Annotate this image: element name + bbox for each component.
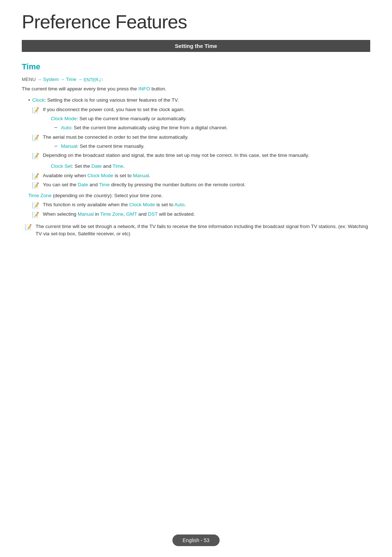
note7-mid: in <box>94 211 100 217</box>
clock-bullet: •Clock: Setting the clock is for using v… <box>22 97 370 104</box>
page-title: Preference Features <box>22 11 370 33</box>
bullet-dot: • <box>28 97 30 103</box>
footer-badge: English - 53 <box>172 534 220 546</box>
menu-arrow1: → <box>36 77 43 82</box>
note3-block: 📝 Depending on the broadcast station and… <box>22 152 370 159</box>
menu-arrow2: → <box>59 77 66 82</box>
note6-text: This function is only available when the… <box>40 201 186 208</box>
note4-block: 📝 Available only when Clock Mode is set … <box>22 172 370 179</box>
note7-and: and <box>137 211 148 217</box>
clock-set-item: Clock Set: Set the Date and Time. <box>22 163 370 170</box>
intro-text: The current time will appear every time … <box>22 86 370 92</box>
note4-manual: Manual <box>133 173 149 178</box>
note4-pre: Available only when <box>43 173 87 178</box>
note7-dst: DST <box>148 211 158 217</box>
enter-icon: ENTER⮏ <box>84 77 103 82</box>
note7-gmt: GMT <box>126 211 137 217</box>
time-label: Time <box>113 163 123 169</box>
note4-mid: is set to <box>113 173 133 178</box>
date-label: Date <box>91 163 102 169</box>
time-zone-label: Time Zone <box>28 193 52 198</box>
manual-item: – Manual: Set the current time manually. <box>22 143 370 150</box>
note6-pre: This function is only available when the <box>43 202 129 207</box>
clock-set-label: Clock Set <box>51 163 72 169</box>
note5-pre: You can set the <box>43 182 78 187</box>
time-zone-line: Time Zone (depending on the country): Se… <box>28 192 370 199</box>
time-link: Time <box>66 77 76 82</box>
note1-text: If you disconnect the power cord, you ha… <box>40 106 185 113</box>
time-zone-item: Time Zone (depending on the country): Se… <box>22 192 370 199</box>
note-symbol-2: 📝 <box>32 134 39 142</box>
auto-item: – Auto: Set the current time automatical… <box>22 124 370 131</box>
manual-desc: : Set the current time manually. <box>77 143 144 149</box>
auto-label: Auto <box>61 125 71 130</box>
note-symbol-bottom: 📝 <box>25 223 32 232</box>
menu-arrow3: → <box>76 77 83 82</box>
note-symbol-4: 📝 <box>32 172 39 181</box>
note2-text: The aerial must be connected in order to… <box>40 134 188 141</box>
bottom-note-text: The current time will be set through a n… <box>33 223 370 238</box>
clock-desc: : Setting the clock is for using various… <box>45 97 179 103</box>
note7-pre: When selecting <box>43 211 78 217</box>
note4-text: Available only when Clock Mode is set to… <box>40 172 150 179</box>
menu-label: MENU <box>22 77 36 82</box>
bottom-note-block: 📝 The current time will be set through a… <box>22 223 370 238</box>
note-symbol-5: 📝 <box>32 181 39 190</box>
note6-auto: Auto <box>174 202 184 207</box>
note5-block: 📝 You can set the Date and Time directly… <box>22 181 370 188</box>
note7-manual: Manual <box>78 211 94 217</box>
clock-mode-desc: : Set up the current time manually or au… <box>77 116 187 121</box>
note-symbol-1: 📝 <box>32 106 39 115</box>
system-link: System <box>43 77 59 82</box>
note-symbol-3: 📝 <box>32 152 39 160</box>
period: . <box>123 163 125 169</box>
note6-clock-mode: Clock Mode <box>129 202 155 207</box>
clock-set-line: Clock Set: Set the Date and Time. <box>51 163 370 170</box>
note7-post: will be activated. <box>158 211 195 217</box>
note6-period: . <box>184 202 186 207</box>
subsection-title: Time <box>22 62 370 72</box>
note2-block: 📝 The aerial must be connected in order … <box>22 134 370 141</box>
note7-block: 📝 When selecting Manual in Time Zone, GM… <box>22 211 370 218</box>
note1-block: 📝 If you disconnect the power cord, you … <box>22 106 370 113</box>
clock-line: •Clock: Setting the clock is for using v… <box>28 97 370 104</box>
and-connector: and <box>102 163 113 169</box>
clock-mode-item: Clock Mode: Set up the current time manu… <box>22 115 370 122</box>
auto-desc: : Set the current time automatically usi… <box>71 125 228 130</box>
note4-period: . <box>149 173 150 178</box>
note3-text: Depending on the broadcast station and s… <box>40 152 309 159</box>
time-zone-desc: (depending on the country): Select your … <box>52 193 163 198</box>
note6-mid: is set to <box>155 202 174 207</box>
section-header: Setting the Time <box>22 40 370 52</box>
note7-text: When selecting Manual in Time Zone, GMT … <box>40 211 195 218</box>
note5-text: You can set the Date and Time directly b… <box>40 181 246 188</box>
note5-date: Date <box>78 182 88 187</box>
menu-path: MENU → System → Time → ENTER⮏ <box>22 77 370 82</box>
note5-post: directly by pressing the number buttons … <box>110 182 245 187</box>
note7-time-zone: Time Zone <box>100 211 123 217</box>
note5-mid: and <box>88 182 99 187</box>
dash-manual: – <box>54 143 57 149</box>
clock-label: Clock <box>32 97 45 103</box>
note5-time: Time <box>99 182 110 187</box>
auto-line: Auto: Set the current time automatically… <box>61 124 370 131</box>
note4-clock-mode: Clock Mode <box>87 173 113 178</box>
note-symbol-6: 📝 <box>32 201 39 210</box>
info-link: INFO <box>138 86 150 92</box>
clock-set-mid: : Set the <box>72 163 91 169</box>
note7-comma: , <box>123 211 126 217</box>
dash-auto: – <box>54 124 57 130</box>
manual-line: Manual: Set the current time manually. <box>61 143 370 150</box>
clock-mode-line: Clock Mode: Set up the current time manu… <box>51 115 370 122</box>
manual-label: Manual <box>61 143 77 149</box>
clock-mode-label: Clock Mode <box>51 116 77 121</box>
note-symbol-7: 📝 <box>32 211 39 219</box>
note6-block: 📝 This function is only available when t… <box>22 201 370 208</box>
